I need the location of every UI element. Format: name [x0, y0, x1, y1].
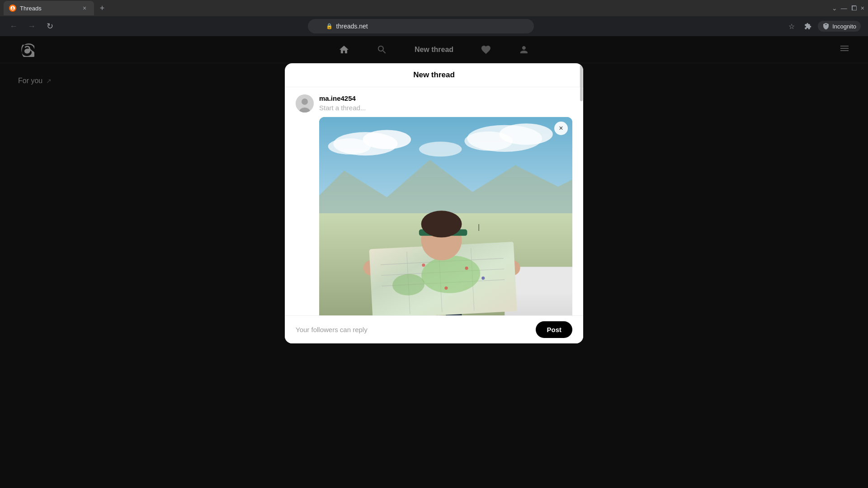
- scrollbar[interactable]: [580, 63, 583, 87]
- minimize-button[interactable]: —: [841, 5, 847, 12]
- address-box[interactable]: 🔒 threads.net: [308, 19, 534, 33]
- svg-point-1: [302, 99, 308, 105]
- modal-title: New thread: [413, 70, 455, 80]
- image-close-button[interactable]: ×: [554, 122, 568, 135]
- incognito-label: Incognito: [832, 23, 856, 30]
- image-preview: |: [319, 117, 572, 315]
- tab-list-icon[interactable]: ⌄: [832, 5, 837, 12]
- url-text: threads.net: [336, 23, 368, 30]
- new-thread-modal: New thread: [285, 63, 583, 343]
- maximize-button[interactable]: ⧠: [851, 5, 857, 12]
- avatar-inner: [296, 94, 314, 113]
- browser-chrome: Threads × + ⌄ — ⧠ × ← → ↻ 🔒 threads.net …: [0, 0, 868, 36]
- svg-rect-15: [513, 267, 572, 293]
- composer-username: ma.ine4254: [319, 94, 572, 102]
- extensions-icon[interactable]: [802, 20, 814, 33]
- svg-point-39: [421, 211, 462, 237]
- page-content: New thread For you ↗: [0, 36, 868, 488]
- close-image-icon: ×: [559, 124, 563, 132]
- post-button[interactable]: Post: [536, 321, 572, 338]
- tab-controls: ⌄ — ⧠ ×: [832, 5, 864, 12]
- modal-header: New thread: [285, 63, 583, 87]
- bookmark-icon[interactable]: ☆: [785, 20, 798, 33]
- svg-text:|: |: [478, 223, 480, 231]
- thread-composer: ma.ine4254 Start a thread...: [296, 94, 572, 315]
- new-tab-button[interactable]: +: [96, 2, 108, 14]
- tab-favicon: [9, 5, 16, 12]
- forward-button[interactable]: →: [25, 20, 38, 33]
- modal-body[interactable]: ma.ine4254 Start a thread...: [285, 87, 583, 315]
- tab-bar: Threads × + ⌄ — ⧠ ×: [0, 0, 868, 16]
- tab-title: Threads: [20, 5, 77, 12]
- toolbar-right: ☆ Incognito: [785, 20, 861, 33]
- svg-point-10: [419, 141, 462, 156]
- address-wrapper: 🔒 threads.net: [61, 19, 780, 33]
- svg-point-6: [328, 138, 371, 155]
- modal-overlay[interactable]: New thread: [0, 36, 868, 488]
- incognito-button[interactable]: Incognito: [818, 21, 861, 32]
- avatar: [296, 94, 314, 113]
- composer-placeholder[interactable]: Start a thread...: [319, 104, 572, 112]
- composer-right: ma.ine4254 Start a thread...: [319, 94, 572, 315]
- tab-close-button[interactable]: ×: [80, 4, 89, 12]
- lock-icon: 🔒: [326, 23, 333, 29]
- back-button[interactable]: ←: [7, 20, 20, 33]
- refresh-button[interactable]: ↻: [43, 20, 56, 33]
- modal-footer: Your followers can reply Post: [285, 315, 583, 343]
- footer-reply-text: Your followers can reply: [296, 326, 368, 333]
- close-window-button[interactable]: ×: [861, 5, 864, 12]
- scrollbar-thumb: [580, 65, 583, 101]
- svg-point-9: [464, 131, 513, 151]
- active-tab[interactable]: Threads ×: [4, 1, 94, 15]
- image-preview-wrapper: | × Alt: [319, 117, 572, 315]
- address-bar: ← → ↻ 🔒 threads.net ☆ Incognito: [0, 16, 868, 36]
